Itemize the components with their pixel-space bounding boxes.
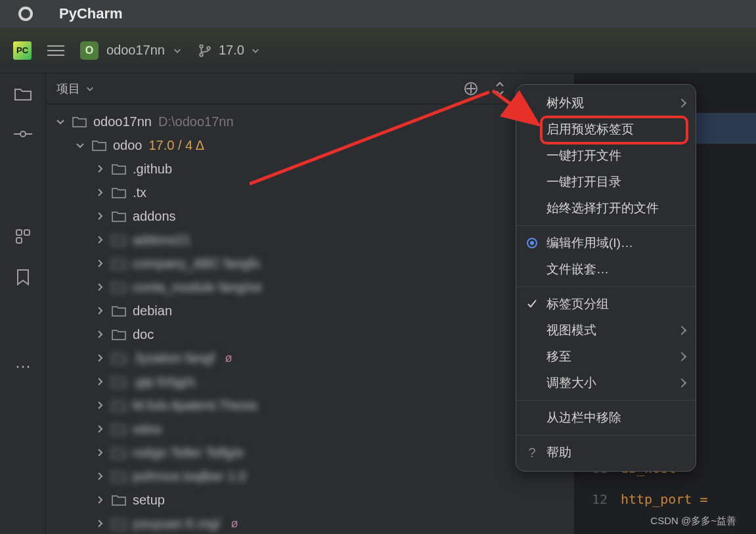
project-tool-icon[interactable] — [14, 84, 32, 102]
menu-item-label: 编辑作用域(I)… — [546, 234, 633, 252]
more-tool-icon[interactable]: ⋯ — [14, 357, 32, 376]
titlebar: PyCharm — [0, 0, 756, 28]
left-tool-rail: ⋯ — [0, 74, 46, 534]
menu-item-label: 一键打开目录 — [546, 173, 621, 190]
tree-item[interactable]: setup — [46, 488, 574, 512]
svg-point-16 — [530, 241, 534, 245]
tree-item[interactable]: nxlign Teller Telfg/e — [46, 441, 574, 464]
panel-context-menu: 树外观启用预览标签页一键打开文件一键打开目录始终选择打开的文件编辑作用域(I)…… — [516, 84, 696, 472]
menu-item[interactable]: 移至 — [516, 344, 696, 370]
menu-separator — [516, 400, 696, 401]
svg-rect-7 — [24, 230, 30, 235]
chevron-down-icon — [173, 46, 182, 55]
os-logo-icon — [18, 7, 33, 21]
menu-item[interactable]: 一键打开目录 — [516, 169, 696, 195]
bookmarks-tool-icon[interactable] — [14, 268, 32, 286]
menu-item-label: 视图模式 — [546, 322, 596, 339]
menu-item[interactable]: 从边栏中移除 — [516, 405, 696, 431]
tree-folder-odoo[interactable]: odoo 17.0 / 4 Δ — [46, 133, 574, 157]
main-menu-button[interactable] — [47, 45, 64, 56]
tree-item[interactable]: doc — [46, 323, 574, 346]
menu-item-label: 移至 — [546, 348, 571, 365]
menu-item-label: 启用预览标签页 — [546, 121, 634, 138]
menu-item[interactable]: 启用预览标签页 — [516, 116, 696, 143]
project-panel-header: 项目 — — [46, 74, 574, 104]
branch-label: 17.0 — [219, 43, 244, 58]
menu-item-label: 帮助 — [546, 444, 571, 461]
menu-item[interactable]: 一键打开文件 — [516, 143, 696, 169]
tree-item[interactable]: odoo — [46, 417, 574, 441]
main-toolbar: PC O odoo17nn 17.0 — [0, 28, 756, 74]
radio-icon — [525, 236, 539, 250]
branch-icon — [198, 43, 212, 58]
project-panel: 项目 — odoo17nn D:\odoo17nnodoo 17.0 / 4 Δ… — [46, 74, 575, 534]
tree-item[interactable]: .tx — [46, 181, 574, 204]
project-letter-icon: O — [80, 41, 99, 60]
tree-item[interactable]: debian — [46, 299, 574, 323]
tree-item[interactable]: .gip fchjg/s — [46, 370, 574, 393]
tree-item[interactable]: youyuan K.mg/ø — [46, 512, 574, 534]
menu-item-label: 一键打开文件 — [546, 147, 621, 164]
menu-item[interactable]: 视图模式 — [516, 317, 696, 344]
svg-point-0 — [200, 45, 203, 48]
project-selector[interactable]: O odoo17nn — [80, 41, 182, 60]
expand-collapse-icon[interactable] — [491, 80, 508, 97]
branch-selector[interactable]: 17.0 — [198, 43, 260, 58]
menu-item-label: 标签页分组 — [546, 296, 609, 313]
tree-item[interactable]: conta_module fang/se — [46, 275, 574, 299]
tree-item[interactable]: company_ABC fangfx — [46, 252, 574, 275]
app-name: PyCharm — [59, 5, 123, 22]
chevron-down-icon — [251, 46, 260, 55]
code-line: 12http_port = — [575, 483, 756, 514]
tree-item[interactable]: addons — [46, 204, 574, 228]
menu-item-label: 调整大小 — [546, 374, 596, 391]
menu-item[interactable]: ?帮助 — [516, 439, 696, 466]
menu-item[interactable]: 始终选择打开的文件 — [516, 195, 696, 221]
tree-item[interactable]: .fyzation fangfø — [46, 346, 574, 370]
structure-tool-icon[interactable] — [14, 227, 32, 246]
menu-item-label: 从边栏中移除 — [546, 409, 621, 426]
pycharm-icon: PC — [13, 41, 32, 60]
check-icon — [525, 298, 539, 311]
svg-point-2 — [207, 47, 210, 50]
svg-point-1 — [200, 53, 203, 56]
menu-separator — [516, 435, 696, 435]
tree-item[interactable]: M.fuls.6patent.Thesis — [46, 393, 574, 417]
panel-title: 项目 — [56, 81, 80, 97]
menu-separator — [516, 225, 696, 226]
menu-item[interactable]: 树外观 — [516, 90, 696, 116]
svg-rect-6 — [16, 230, 22, 235]
svg-point-3 — [20, 131, 26, 137]
watermark: CSDN @多多~益善 — [650, 515, 736, 527]
svg-rect-8 — [16, 238, 22, 243]
help-icon: ? — [525, 446, 539, 459]
commit-tool-icon[interactable] — [14, 125, 32, 143]
tree-root[interactable]: odoo17nn D:\odoo17nn — [46, 110, 574, 133]
tree-item[interactable]: pofrmce.toqlber 1.0 — [46, 464, 574, 488]
menu-item-label: 文件嵌套… — [546, 261, 609, 278]
menu-item-label: 树外观 — [546, 95, 584, 112]
project-name-label: odoo17nn — [106, 43, 165, 58]
menu-item[interactable]: 标签页分组 — [516, 291, 696, 317]
menu-item[interactable]: 调整大小 — [516, 370, 696, 396]
menu-item[interactable]: 编辑作用域(I)… — [516, 230, 696, 256]
chevron-down-icon[interactable] — [85, 84, 95, 93]
menu-separator — [516, 286, 696, 287]
menu-item[interactable]: 文件嵌套… — [516, 256, 696, 282]
tree-item[interactable]: addons21 — [46, 228, 574, 252]
select-opened-file-icon[interactable] — [462, 80, 479, 97]
tree-item[interactable]: .github — [46, 157, 574, 181]
project-tree[interactable]: odoo17nn D:\odoo17nnodoo 17.0 / 4 Δ.gith… — [46, 104, 574, 534]
menu-item-label: 始终选择打开的文件 — [546, 200, 659, 217]
